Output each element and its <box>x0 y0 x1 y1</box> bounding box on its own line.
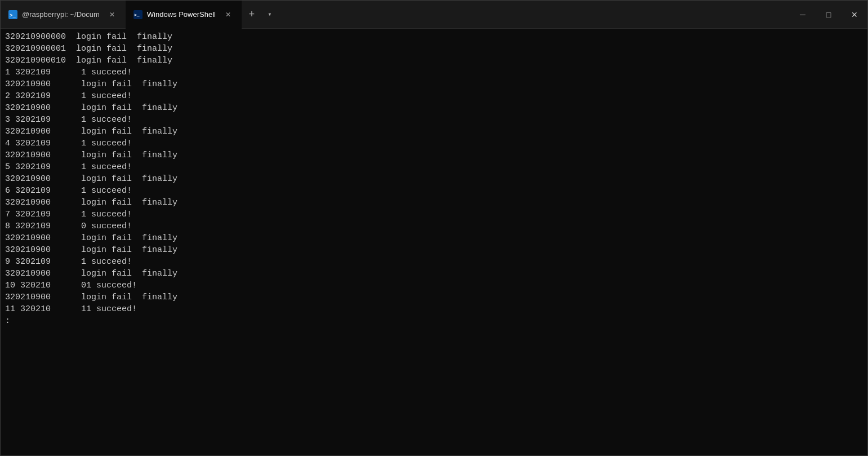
terminal-line: 6 3202109 1 succeed! <box>5 185 863 197</box>
tab-ssh-label: @raspberrypi: ~/Docum <box>22 10 100 19</box>
terminal-line: 320210900 login fail finally <box>5 244 863 256</box>
maximize-button[interactable]: □ <box>816 1 842 29</box>
add-tab-button[interactable]: + <box>242 5 262 25</box>
tab-dropdown-button[interactable]: ▾ <box>262 7 278 23</box>
terminal-line: 320210900 login fail finally <box>5 268 863 280</box>
powershell-icon: >_ <box>133 10 143 19</box>
terminal-line: 320210900010 login fail finally <box>5 55 863 67</box>
terminal-line: 320210900 login fail finally <box>5 197 863 209</box>
tab-ssh[interactable]: >_ @raspberrypi: ~/Docum ✕ <box>1 1 126 29</box>
tab-powershell[interactable]: >_ Windows PowerShell ✕ <box>126 1 242 29</box>
svg-text:>_: >_ <box>134 12 140 17</box>
close-button[interactable]: ✕ <box>842 1 867 29</box>
tab-ssh-close[interactable]: ✕ <box>106 9 118 20</box>
svg-text:>_: >_ <box>10 13 16 19</box>
terminal-line: 3 3202109 1 succeed! <box>5 114 863 126</box>
terminal-line: 320210900001 login fail finally <box>5 43 863 55</box>
terminal-window: >_ @raspberrypi: ~/Docum ✕ >_ Windows Po… <box>0 0 868 456</box>
terminal-line: 320210900 login fail finally <box>5 149 863 161</box>
tab-powershell-close[interactable]: ✕ <box>222 9 234 20</box>
title-bar: >_ @raspberrypi: ~/Docum ✕ >_ Windows Po… <box>1 1 867 29</box>
terminal-line: : <box>5 315 863 327</box>
terminal-line: 320210900 login fail finally <box>5 102 863 114</box>
terminal-line: 4 3202109 1 succeed! <box>5 138 863 149</box>
terminal-line: 320210900 login fail finally <box>5 78 863 90</box>
minimize-button[interactable]: ─ <box>790 1 816 29</box>
terminal-line: 320210900 login fail finally <box>5 232 863 244</box>
terminal-line: 320210900 login fail finally <box>5 291 863 303</box>
terminal-line: 1 3202109 1 succeed! <box>5 67 863 78</box>
terminal-line: 2 3202109 1 succeed! <box>5 90 863 102</box>
tab-powershell-label: Windows PowerShell <box>147 10 216 19</box>
terminal-line: 5 3202109 1 succeed! <box>5 161 863 173</box>
terminal-line: 320210900 login fail finally <box>5 126 863 138</box>
window-controls: ─ □ ✕ <box>790 1 867 29</box>
terminal-line: 8 3202109 0 succeed! <box>5 220 863 232</box>
terminal-output[interactable]: 320210900000 login fail finally320210900… <box>1 29 867 455</box>
terminal-line: 7 3202109 1 succeed! <box>5 209 863 220</box>
terminal-line: 320210900000 login fail finally <box>5 31 863 43</box>
terminal-line: 10 320210 01 succeed! <box>5 280 863 291</box>
terminal-line: 11 320210 11 succeed! <box>5 303 863 315</box>
terminal-line: 320210900 login fail finally <box>5 173 863 185</box>
terminal-icon: >_ <box>8 10 17 19</box>
terminal-line: 9 3202109 1 succeed! <box>5 256 863 268</box>
